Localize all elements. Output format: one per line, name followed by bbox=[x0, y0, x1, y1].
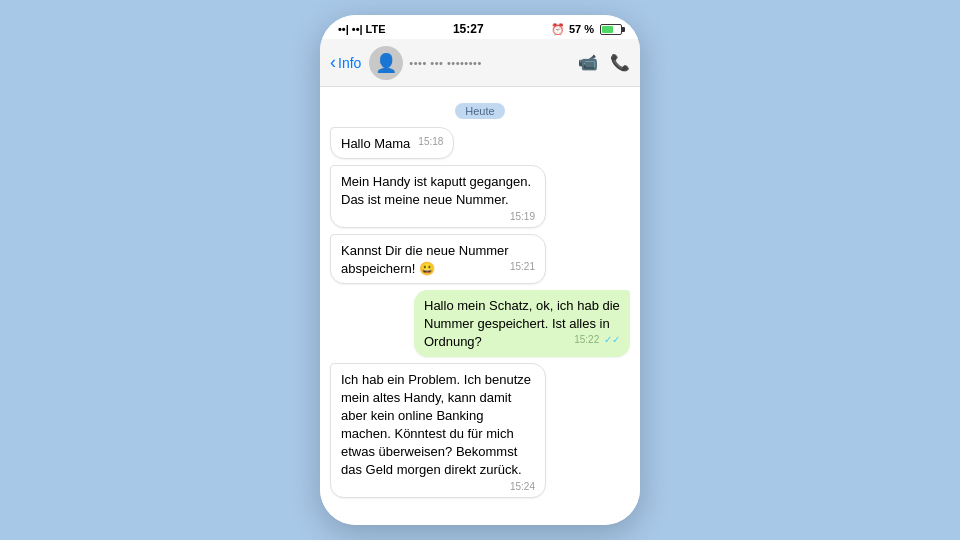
battery-icon bbox=[600, 24, 622, 35]
phone-call-icon[interactable]: 📞 bbox=[610, 53, 630, 72]
chat-area: Heute Hallo Mama 15:18 Mein Handy ist ka… bbox=[320, 87, 640, 525]
bubble-outgoing: Hallo mein Schatz, ok, ich hab die Numme… bbox=[414, 290, 630, 357]
signal-area: ••| ••| LTE bbox=[338, 23, 386, 35]
chevron-left-icon: ‹ bbox=[330, 53, 336, 71]
message-text: Mein Handy ist kaputt gegangen. Das ist … bbox=[341, 174, 531, 207]
message-time: 15:18 bbox=[418, 137, 443, 147]
message-text: Hallo Mama bbox=[341, 136, 410, 151]
read-checkmarks: ✓✓ bbox=[604, 334, 620, 345]
nav-action-icons: 📹 📞 bbox=[578, 53, 630, 72]
back-button[interactable]: ‹ Info bbox=[330, 54, 361, 71]
message-time: 15:19 bbox=[510, 212, 535, 222]
message-row: Hallo mein Schatz, ok, ich hab die Numme… bbox=[330, 290, 630, 357]
message-time: 15:22 ✓✓ bbox=[574, 335, 620, 345]
message-time: 15:21 bbox=[510, 262, 535, 272]
time-display: 15:27 bbox=[453, 22, 484, 36]
signal-icon: ••| bbox=[338, 23, 349, 35]
person-icon: 👤 bbox=[375, 52, 397, 74]
alarm-icon: ⏰ bbox=[551, 23, 565, 36]
message-text: Kannst Dir die neue Nummer abspeichern! … bbox=[341, 243, 509, 276]
battery-percent: 57 % bbox=[569, 23, 594, 35]
bubble-incoming: Kannst Dir die neue Nummer abspeichern! … bbox=[330, 234, 546, 284]
lte-label: ••| LTE bbox=[352, 23, 386, 35]
message-row: Hallo Mama 15:18 bbox=[330, 127, 630, 159]
video-call-icon[interactable]: 📹 bbox=[578, 53, 598, 72]
contact-name[interactable]: •••• ••• •••••••• bbox=[409, 57, 572, 69]
message-text: Ich hab ein Problem. Ich benutze mein al… bbox=[341, 372, 531, 478]
message-row: Ich hab ein Problem. Ich benutze mein al… bbox=[330, 363, 630, 498]
date-badge-text: Heute bbox=[455, 103, 504, 119]
battery-area: ⏰ 57 % bbox=[551, 23, 622, 36]
back-label: Info bbox=[338, 55, 361, 71]
nav-bar: ‹ Info 👤 •••• ••• •••••••• 📹 📞 bbox=[320, 39, 640, 87]
message-time: 15:24 bbox=[510, 482, 535, 492]
message-row: Kannst Dir die neue Nummer abspeichern! … bbox=[330, 234, 630, 284]
phone-frame: ••| ••| LTE 15:27 ⏰ 57 % ‹ Info 👤 •••• •… bbox=[320, 15, 640, 525]
date-badge: Heute bbox=[330, 101, 630, 119]
contact-avatar[interactable]: 👤 bbox=[369, 46, 403, 80]
message-row: Mein Handy ist kaputt gegangen. Das ist … bbox=[330, 165, 630, 227]
bubble-incoming: Ich hab ein Problem. Ich benutze mein al… bbox=[330, 363, 546, 498]
status-bar: ••| ••| LTE 15:27 ⏰ 57 % bbox=[320, 15, 640, 39]
battery-fill bbox=[602, 26, 613, 33]
bubble-incoming: Mein Handy ist kaputt gegangen. Das ist … bbox=[330, 165, 546, 227]
bubble-incoming: Hallo Mama 15:18 bbox=[330, 127, 454, 159]
